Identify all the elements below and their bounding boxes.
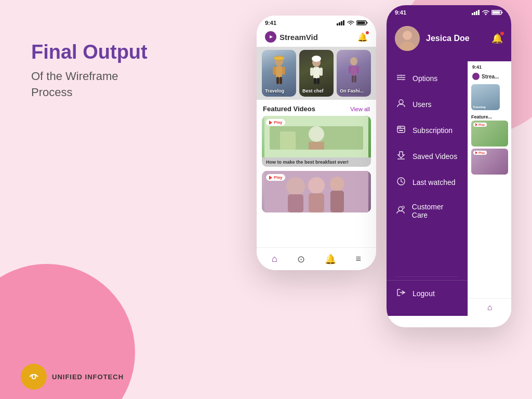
svg-point-18 <box>274 57 284 60</box>
thumb-fashion-label: On Fashi... <box>340 88 364 94</box>
svg-point-48 <box>485 14 487 15</box>
phone2-time: 9:41 <box>395 9 406 16</box>
svg-rect-2 <box>337 23 338 25</box>
menu-divider <box>396 276 458 277</box>
video-card-2[interactable]: Play <box>262 171 371 212</box>
menu-item-users[interactable]: Users <box>387 91 468 117</box>
svg-rect-68 <box>399 130 403 131</box>
phones-container: 9:41 <box>257 16 511 327</box>
play-badge-2[interactable]: Play <box>266 174 285 181</box>
svg-rect-22 <box>320 68 323 76</box>
peek-play-tri-2 <box>475 151 477 154</box>
svg-point-40 <box>308 177 325 194</box>
peek-video-1: Play <box>471 121 508 147</box>
phone1-time: 9:41 <box>265 20 276 26</box>
menu-item-subscription[interactable]: Subscription <box>387 117 468 143</box>
menu-bottom: Logout <box>387 273 468 312</box>
phone2-wifi-icon <box>482 10 489 15</box>
peek-home-icon: ⌂ <box>487 303 493 312</box>
peek-bottom-nav: ⌂ <box>468 298 511 316</box>
svg-point-57 <box>401 75 402 76</box>
view-all-button[interactable]: View all <box>350 106 370 112</box>
notification-bell-icon[interactable]: 🔔 <box>357 32 368 42</box>
svg-rect-20 <box>313 67 320 78</box>
thumbnail-fashion[interactable]: On Fashi... <box>337 50 371 97</box>
company-logo: U UNIFIED INFOTECH <box>21 364 124 390</box>
saved-videos-icon <box>396 151 406 162</box>
video-card-1[interactable]: Play How to make the best breakfast ever… <box>262 116 371 167</box>
menu-item-saved-videos[interactable]: Saved Videos <box>387 143 468 169</box>
menu-item-last-watched[interactable]: Last watched <box>387 169 468 195</box>
phone-1-main: 9:41 <box>257 16 376 270</box>
phone2-status-bar: 9:41 <box>387 5 511 18</box>
svg-rect-14 <box>282 66 285 75</box>
play-triangle-icon <box>269 121 272 125</box>
svg-rect-5 <box>343 20 344 25</box>
options-icon <box>396 73 406 84</box>
nav-menu-icon[interactable]: ≡ <box>355 254 361 264</box>
svg-rect-39 <box>288 194 303 212</box>
menu-items-top: Options Users <box>387 65 468 273</box>
phone2-battery-icon <box>491 10 503 15</box>
logo-circle: U <box>21 364 47 390</box>
svg-rect-46 <box>476 11 477 15</box>
menu-label-saved-videos: Saved Videos <box>413 152 457 161</box>
svg-point-63 <box>399 100 403 104</box>
svg-point-26 <box>350 57 357 65</box>
svg-rect-8 <box>357 22 365 24</box>
svg-point-35 <box>309 126 324 142</box>
thumbnail-bestchef[interactable]: Best chef <box>299 50 334 97</box>
svg-rect-13 <box>273 66 276 75</box>
nav-bell-icon[interactable]: 🔔 <box>325 254 336 265</box>
svg-rect-3 <box>339 22 340 25</box>
svg-point-60 <box>403 79 404 81</box>
category-thumbnails-row: Travelog Best chef <box>257 47 376 100</box>
svg-rect-7 <box>367 22 368 24</box>
video-title-1: How to make the best breakfast ever! <box>262 157 371 167</box>
customer-care-icon <box>396 205 406 217</box>
svg-rect-28 <box>349 66 351 73</box>
subtitle: Of the Wireframe Process <box>31 69 148 101</box>
fashion-person-icon <box>345 55 362 91</box>
menu-label-logout: Logout <box>413 289 435 298</box>
menu-item-options[interactable]: Options <box>387 65 468 91</box>
svg-rect-30 <box>352 75 354 83</box>
menu-label-subscription: Subscription <box>413 126 453 135</box>
svg-rect-21 <box>310 68 313 76</box>
svg-rect-47 <box>478 10 480 15</box>
svg-rect-41 <box>309 193 324 212</box>
menu-item-logout[interactable]: Logout <box>387 280 468 307</box>
phone1-status-bar: 9:41 <box>257 16 376 28</box>
svg-rect-51 <box>493 11 500 14</box>
peek-thumbnails: Travelog <box>468 82 511 112</box>
svg-rect-36 <box>309 142 324 150</box>
svg-text:U: U <box>31 373 36 381</box>
svg-rect-44 <box>472 13 473 15</box>
nav-home-icon[interactable]: ⌂ <box>272 254 277 264</box>
menu-label-last-watched: Last watched <box>413 178 456 187</box>
nav-search-icon[interactable]: ⊙ <box>297 254 305 265</box>
drawer-bell-icon[interactable]: 🔔 <box>491 33 503 44</box>
thumbnail-travelog[interactable]: Travelog <box>262 50 296 97</box>
streamvid-logo-icon <box>265 31 276 43</box>
svg-point-42 <box>330 177 344 191</box>
svg-rect-27 <box>351 65 356 76</box>
company-name: UNIFIED INFOTECH <box>52 373 124 381</box>
user-name: Jesica Doe <box>426 34 470 43</box>
subscription-icon <box>396 125 406 136</box>
svg-point-25 <box>312 56 321 62</box>
phone-2-menu: 9:41 <box>387 5 511 327</box>
play-triangle-icon-2 <box>269 176 272 180</box>
phone1-status-icons <box>337 20 368 25</box>
menu-item-customer-care[interactable]: Customer Care <box>387 195 468 227</box>
bottom-navigation: ⌂ ⊙ 🔔 ≡ <box>257 247 376 270</box>
peek-video-2: Play <box>471 149 508 175</box>
play-badge-1[interactable]: Play <box>266 119 285 126</box>
svg-rect-50 <box>502 12 503 14</box>
svg-rect-4 <box>341 21 342 25</box>
svg-rect-45 <box>474 12 475 15</box>
peek-play-tri-1 <box>475 123 477 126</box>
peek-thumb-label: Travelog <box>473 105 486 109</box>
svg-point-66 <box>398 127 400 128</box>
navigation-menu-list: Options Users <box>387 61 468 316</box>
